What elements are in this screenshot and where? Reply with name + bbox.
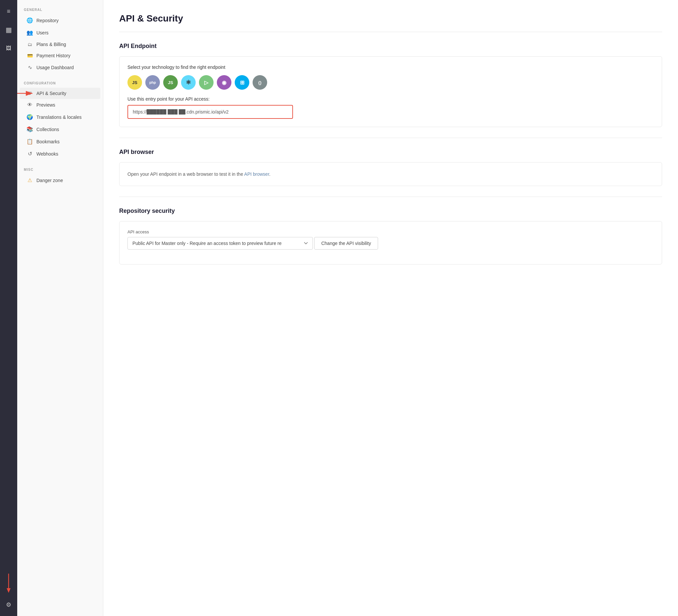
usage-dashboard-icon: ∿ [27, 64, 33, 71]
down-arrow-svg [5, 574, 12, 593]
sidebar-item-users[interactable]: 👥 Users [20, 27, 100, 39]
users-icon: 👥 [27, 30, 33, 36]
bookmarks-icon: 📋 [27, 138, 33, 145]
main-content: API & Security API Endpoint Select your … [103, 0, 678, 616]
sidebar-section-general: GENERAL 🌐 Repository 👥 Users 🗂 Plans & B… [17, 8, 103, 74]
tech-icons-row: JS php JS ⚛ ▷ ◉ ⊞ {} [127, 75, 654, 90]
sidebar-item-danger-zone-label: Danger zone [36, 178, 63, 183]
sidebar-item-collections[interactable]: 📚 Collections [20, 123, 100, 136]
sidebar-section-general-label: GENERAL [17, 8, 103, 14]
payment-history-icon: 💳 [27, 53, 33, 58]
sidebar-item-api-security-label: API & Security [36, 91, 66, 96]
sidebar-item-collections-label: Collections [36, 127, 59, 132]
previews-icon: 👁 [27, 102, 33, 108]
sidebar-item-repository-label: Repository [36, 18, 59, 23]
sidebar-item-danger-zone[interactable]: ⚠ Danger zone [20, 174, 100, 186]
sidebar-item-payment-history[interactable]: 💳 Payment History [20, 50, 100, 61]
sidebar-item-api-security[interactable]: 🛡 API & Security [20, 88, 100, 99]
hamburger-icon[interactable]: ≡ [3, 5, 14, 17]
red-arrow-annotation [17, 88, 36, 98]
api-browser-section-title: API browser [119, 149, 662, 156]
api-browser-card: Open your API endpoint in a web browser … [119, 162, 662, 186]
api-access-dropdown[interactable]: Public API for Master only - Require an … [127, 237, 313, 249]
endpoint-input[interactable] [133, 109, 288, 115]
sidebar-section-misc-label: MISC [17, 168, 103, 174]
api-endpoint-divider [119, 138, 662, 138]
repository-icon: 🌐 [27, 17, 33, 24]
api-endpoint-section-title: API Endpoint [119, 43, 662, 50]
api-access-label: API access [127, 229, 654, 234]
sidebar-item-webhooks-label: Webhooks [36, 151, 58, 157]
api-browser-description: Open your API endpoint in a web browser … [127, 170, 654, 178]
sidebar-item-translations-label: Translations & locales [36, 115, 81, 120]
sidebar-item-previews-label: Previews [36, 102, 55, 108]
api-browser-divider [119, 197, 662, 197]
sidebar-section-misc: MISC ⚠ Danger zone [17, 168, 103, 186]
use-entry-label: Use this entry point for your API access… [127, 96, 654, 102]
tech-icon-react[interactable]: ⚛ [181, 75, 196, 90]
api-browser-link[interactable]: API browser [244, 171, 269, 177]
sidebar-item-usage-dashboard-label: Usage Dashboard [36, 65, 74, 70]
sidebar-item-usage-dashboard[interactable]: ∿ Usage Dashboard [20, 61, 100, 74]
sidebar-item-users-label: Users [36, 30, 49, 35]
tech-icon-graphql[interactable]: ◉ [217, 75, 231, 90]
svg-marker-1 [7, 588, 11, 593]
sidebar-item-webhooks[interactable]: ↺ Webhooks [20, 148, 100, 160]
tech-icon-windows[interactable]: ⊞ [235, 75, 249, 90]
repository-security-section-title: Repository security [119, 207, 662, 215]
select-tech-label: Select your technology to find the right… [127, 65, 654, 70]
tech-icon-php[interactable]: php [145, 75, 160, 90]
tech-icon-custom[interactable]: {} [253, 75, 267, 90]
sidebar-item-repository[interactable]: 🌐 Repository [20, 14, 100, 27]
sidebar-item-plans-billing-label: Plans & Billing [36, 42, 66, 47]
collections-icon: 📚 [27, 126, 33, 132]
sidebar-item-plans-billing[interactable]: 🗂 Plans & Billing [20, 39, 100, 50]
image-icon[interactable]: 🖼 [3, 42, 14, 54]
translations-icon: 🌍 [27, 114, 33, 120]
endpoint-input-wrapper[interactable] [127, 105, 293, 119]
change-api-visibility-button[interactable]: Change the API visibility [314, 237, 378, 249]
tech-icon-vue[interactable]: ▷ [199, 75, 214, 90]
webhooks-icon: ↺ [27, 151, 33, 157]
sidebar: GENERAL 🌐 Repository 👥 Users 🗂 Plans & B… [17, 0, 103, 616]
page-title: API & Security [119, 13, 662, 24]
api-endpoint-card: Select your technology to find the right… [119, 56, 662, 127]
sidebar-item-previews[interactable]: 👁 Previews [20, 99, 100, 111]
scroll-down-arrow [5, 574, 12, 593]
sidebar-item-translations-locales[interactable]: 🌍 Translations & locales [20, 111, 100, 123]
repository-security-card: API access Public API for Master only - … [119, 221, 662, 265]
bottom-icons: ⚙ [3, 574, 14, 611]
settings-gear-icon[interactable]: ⚙ [3, 599, 14, 611]
icon-rail: ≡ ▦ 🖼 ⚙ [0, 0, 17, 616]
plans-billing-icon: 🗂 [27, 42, 33, 47]
grid-icon[interactable]: ▦ [3, 24, 14, 36]
danger-zone-icon: ⚠ [27, 177, 33, 183]
sidebar-item-bookmarks-label: Bookmarks [36, 139, 60, 144]
tech-icon-js[interactable]: JS [127, 75, 142, 90]
sidebar-item-payment-history-label: Payment History [36, 53, 71, 58]
tech-icon-nodejs[interactable]: JS [163, 75, 178, 90]
sidebar-item-bookmarks[interactable]: 📋 Bookmarks [20, 136, 100, 148]
sidebar-section-configuration-label: CONFIGURATION [17, 81, 103, 88]
sidebar-section-configuration: CONFIGURATION 🛡 API & Security 👁 Preview… [17, 81, 103, 160]
